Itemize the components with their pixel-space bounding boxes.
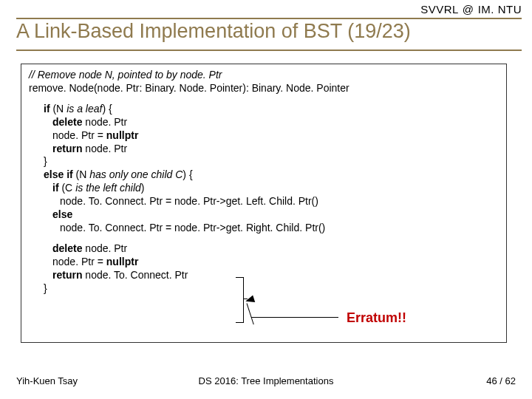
- code-text: ) {: [183, 168, 192, 180]
- bracket-annotation: [236, 277, 244, 323]
- code-block-if: if (N is a leaf) { delete node. Ptr node…: [44, 103, 499, 235]
- arrow-slant: [247, 303, 254, 324]
- code-italic: is the left child: [75, 182, 141, 194]
- slide-header: SVVRL @ IM. NTU A Link-Based Implementat…: [0, 0, 532, 53]
- code-line: return node. To. Connect. Ptr: [52, 269, 499, 282]
- code-line: return node. Ptr: [52, 143, 499, 156]
- rule-bottom: [16, 50, 522, 51]
- code-text: (N: [73, 168, 90, 180]
- lab-name: SVVRL: [420, 3, 458, 16]
- code-line: }: [44, 155, 499, 168]
- footer-page: 46 / 62: [486, 375, 516, 386]
- code-italic: has only one child C: [89, 168, 183, 180]
- kw-nullptr: nullptr: [106, 256, 139, 267]
- code-line: node. Ptr = nullptr: [52, 256, 499, 269]
- org-name: IM. NTU: [478, 3, 522, 16]
- code-text: node. Ptr: [82, 242, 127, 254]
- code-line: else: [52, 208, 499, 222]
- code-line: node. To. Connect. Ptr = node. Ptr->get.…: [60, 222, 499, 235]
- code-line: delete node. Ptr: [52, 116, 499, 129]
- code-text: (N: [50, 103, 67, 115]
- code-line: node. To. Connect. Ptr = node. Ptr->get.…: [60, 195, 499, 208]
- code-line: if (C is the left child): [52, 182, 499, 195]
- at-symbol: @: [462, 3, 474, 16]
- kw-return: return: [52, 269, 82, 281]
- slide-footer: Yih-Kuen Tsay DS 2016: Tree Implementati…: [0, 375, 532, 390]
- kw-delete: delete: [52, 116, 82, 128]
- code-signature: remove. Node(node. Ptr: Binary. Node. Po…: [29, 82, 499, 95]
- header-affiliation: SVVRL @ IM. NTU: [420, 3, 522, 16]
- kw-elseif: else if: [44, 168, 73, 180]
- code-comment: // Remove node N, pointed to by node. Pt…: [29, 69, 499, 82]
- kw-return: return: [52, 143, 82, 154]
- kw-else: else: [52, 208, 72, 220]
- rule-top: [16, 18, 522, 19]
- kw-if: if: [52, 182, 59, 194]
- code-line: else if (N has only one child C) {: [44, 168, 499, 182]
- erratum-label: Erratum!!: [347, 310, 406, 327]
- code-line: }: [44, 282, 499, 296]
- code-text: ) {: [102, 103, 112, 115]
- footer-course: DS 2016: Tree Implementations: [0, 375, 532, 386]
- code-text: node. Ptr =: [52, 129, 106, 141]
- slide-title: A Link-Based Implementation of BST (19/2…: [16, 20, 411, 43]
- code-text: node. Ptr =: [52, 256, 106, 267]
- code-text: node. Ptr: [82, 116, 127, 128]
- code-box: // Remove node N, pointed to by node. Pt…: [21, 64, 507, 343]
- code-text: node. Ptr: [82, 143, 127, 154]
- code-block-comment: // Remove node N, pointed to by node. Pt…: [29, 69, 499, 95]
- kw-if: if: [44, 103, 50, 115]
- code-italic: is a leaf: [66, 103, 102, 115]
- code-line: node. Ptr = nullptr: [52, 129, 499, 143]
- arrow-line: [251, 317, 338, 318]
- code-block-tail: delete node. Ptr node. Ptr = nullptr ret…: [44, 242, 499, 296]
- code-line: if (N is a leaf) {: [44, 103, 499, 116]
- code-text: node. To. Connect. Ptr: [82, 269, 188, 281]
- kw-nullptr: nullptr: [106, 129, 139, 141]
- code-text: ): [141, 182, 145, 194]
- code-text: (C: [59, 182, 76, 194]
- arrow-head-icon: [245, 295, 256, 304]
- kw-delete: delete: [52, 242, 82, 254]
- code-line: delete node. Ptr: [52, 242, 499, 256]
